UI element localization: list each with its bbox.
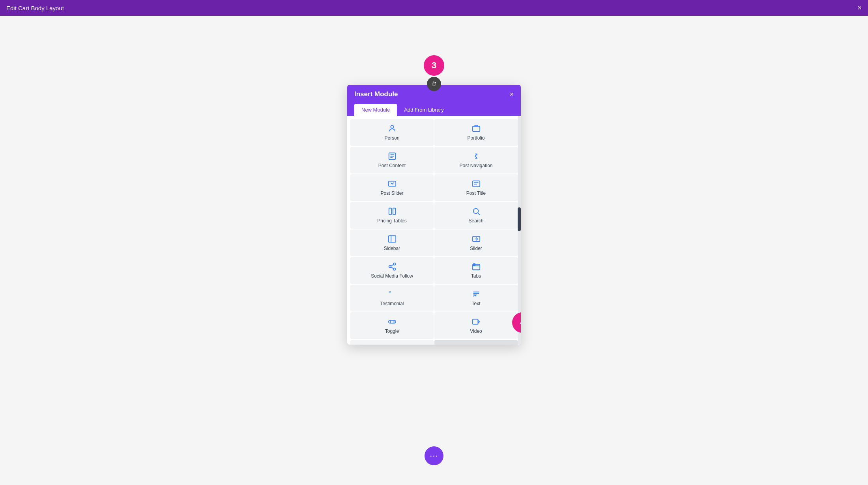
- main-area: 3 ⏱ Insert Module × New Module Add From …: [0, 16, 868, 485]
- module-item-post-content[interactable]: Post Content: [350, 147, 434, 173]
- step-3-badge: 3: [424, 55, 444, 76]
- svg-line-22: [391, 265, 393, 266]
- modal-close-button[interactable]: ×: [509, 91, 514, 98]
- insert-module-modal: Insert Module × New Module Add From Libr…: [347, 85, 521, 345]
- module-item-tabs[interactable]: Tabs: [434, 257, 518, 284]
- toggle-icon: [388, 317, 397, 326]
- svg-text:": ": [388, 290, 391, 298]
- svg-rect-14: [388, 236, 395, 242]
- svg-point-19: [389, 265, 391, 268]
- module-row-5: Sidebar Slider: [350, 229, 518, 256]
- portfolio-icon: [472, 124, 481, 133]
- tabs-icon: [472, 262, 481, 271]
- svg-rect-24: [473, 264, 475, 266]
- module-row-9: Video Slider Woo Modules: [350, 340, 518, 345]
- module-label-portfolio: Portfolio: [467, 135, 485, 141]
- svg-marker-33: [478, 320, 479, 323]
- title-bar-text: Edit Cart Body Layout: [6, 5, 64, 11]
- title-bar: Edit Cart Body Layout ×: [0, 0, 868, 16]
- module-item-woo-modules[interactable]: Woo Modules: [434, 340, 518, 345]
- module-item-toggle[interactable]: Toggle: [350, 312, 434, 339]
- svg-line-21: [391, 267, 393, 269]
- module-item-search[interactable]: Search: [434, 202, 518, 229]
- module-item-social-media-follow[interactable]: Social Media Follow: [350, 257, 434, 284]
- module-item-post-navigation[interactable]: Post Navigation: [434, 147, 518, 173]
- module-label-person: Person: [384, 135, 399, 141]
- dots-menu-button[interactable]: ···: [425, 446, 443, 465]
- svg-point-20: [393, 268, 395, 270]
- post-content-icon: [388, 151, 397, 160]
- module-item-text[interactable]: Text: [434, 285, 518, 312]
- svg-line-13: [478, 213, 480, 215]
- modal-title: Insert Module: [354, 90, 398, 98]
- post-slider-icon: [388, 179, 397, 188]
- svg-rect-11: [393, 208, 395, 215]
- module-item-pricing-tables[interactable]: Pricing Tables: [350, 202, 434, 229]
- module-item-person[interactable]: Person: [350, 119, 434, 146]
- scrollbar-track[interactable]: [518, 116, 521, 345]
- step-indicator-icon: ⏱: [431, 81, 437, 87]
- tab-new-module[interactable]: New Module: [354, 104, 397, 116]
- module-row-4: Pricing Tables Search: [350, 202, 518, 229]
- module-label-sidebar: Sidebar: [384, 246, 400, 251]
- person-icon: [388, 124, 397, 133]
- modal-tabs: New Module Add From Library: [347, 104, 521, 116]
- module-label-post-navigation: Post Navigation: [459, 163, 492, 168]
- module-item-video-slider[interactable]: Video Slider: [350, 340, 434, 345]
- module-row-7: " Testimonial Text: [350, 285, 518, 312]
- svg-rect-1: [472, 127, 479, 132]
- module-row-1: Person Portfolio: [350, 119, 518, 146]
- module-item-portfolio[interactable]: Portfolio: [434, 119, 518, 146]
- module-item-post-title[interactable]: Post Title: [434, 174, 518, 201]
- tab-add-from-library[interactable]: Add From Library: [397, 104, 451, 116]
- module-item-testimonial[interactable]: " Testimonial: [350, 285, 434, 312]
- social-media-follow-icon: [388, 262, 397, 271]
- module-grid: Person Portfolio Post Content: [347, 116, 521, 345]
- svg-point-12: [473, 209, 478, 214]
- testimonial-icon: ": [388, 289, 397, 298]
- module-item-video[interactable]: Video: [434, 312, 518, 339]
- sidebar-icon: [388, 234, 397, 243]
- video-icon: [472, 317, 481, 326]
- svg-rect-29: [388, 320, 395, 323]
- scrollbar-thumb[interactable]: [518, 207, 521, 231]
- post-title-icon: [472, 179, 481, 188]
- module-row-3: Post Slider Post Title: [350, 174, 518, 201]
- module-label-post-content: Post Content: [378, 163, 406, 168]
- search-icon: [472, 207, 481, 216]
- slider-icon: [472, 234, 481, 243]
- module-label-slider: Slider: [470, 246, 482, 251]
- svg-point-18: [393, 263, 395, 265]
- module-label-toggle: Toggle: [385, 328, 399, 334]
- module-label-testimonial: Testimonial: [380, 301, 404, 306]
- module-label-video: Video: [470, 328, 482, 334]
- module-label-search: Search: [468, 218, 483, 224]
- module-label-post-slider: Post Slider: [380, 190, 403, 196]
- module-item-sidebar[interactable]: Sidebar: [350, 229, 434, 256]
- svg-rect-32: [472, 319, 478, 325]
- module-label-social-media-follow: Social Media Follow: [371, 273, 413, 279]
- svg-rect-10: [389, 208, 391, 215]
- svg-point-0: [391, 125, 393, 128]
- post-navigation-icon: [472, 151, 481, 160]
- step-indicator: ⏱: [427, 77, 441, 91]
- module-label-pricing-tables: Pricing Tables: [377, 218, 406, 224]
- module-row-2: Post Content Post Navigation: [350, 147, 518, 173]
- module-item-slider[interactable]: Slider: [434, 229, 518, 256]
- module-row-6: Social Media Follow Tabs: [350, 257, 518, 284]
- title-bar-close-button[interactable]: ×: [857, 4, 862, 11]
- text-icon: [472, 289, 481, 298]
- module-label-post-title: Post Title: [466, 190, 486, 196]
- module-row-8: Toggle Video: [350, 312, 518, 339]
- pricing-tables-icon: [388, 207, 397, 216]
- module-label-text: Text: [471, 301, 480, 306]
- module-label-tabs: Tabs: [471, 273, 481, 279]
- module-item-post-slider[interactable]: Post Slider: [350, 174, 434, 201]
